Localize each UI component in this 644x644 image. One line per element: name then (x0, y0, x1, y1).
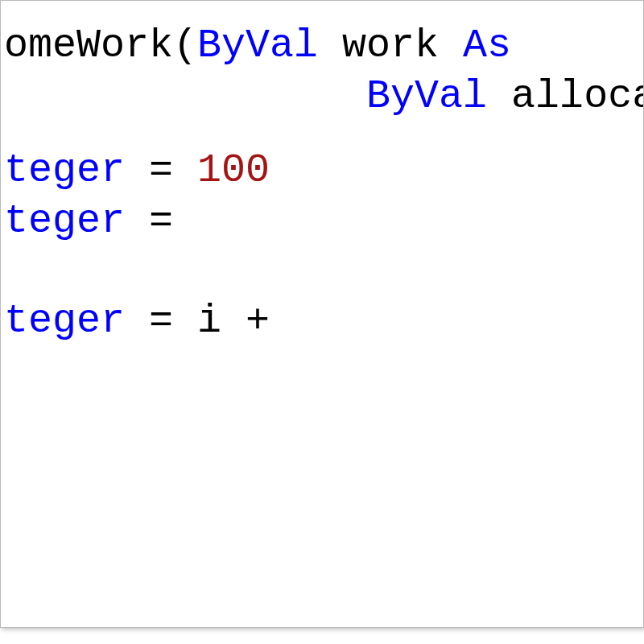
keyword-byval: ByVal (366, 73, 487, 119)
blank-line (1, 246, 643, 296)
code-text: = (125, 147, 197, 193)
number-literal: 100 (197, 147, 270, 193)
code-line-4: teger = (1, 196, 643, 247)
code-line-3: teger = 100 (1, 146, 643, 196)
indent (4, 73, 366, 119)
code-text: allocat (487, 73, 644, 119)
keyword-integer: teger (4, 298, 125, 344)
code-line-2: ByVal allocat (1, 72, 643, 122)
code-text: omeWork( (4, 23, 197, 68)
blank-line (1, 122, 643, 146)
code-text: = i + (125, 298, 294, 344)
keyword-integer: teger (4, 147, 125, 193)
code-line-1: omeWork(ByVal work As (1, 21, 643, 72)
code-text: = (125, 198, 197, 244)
keyword-integer: teger (4, 198, 125, 244)
code-line-5: teger = i + (1, 296, 643, 347)
keyword-as: As (463, 23, 511, 68)
code-text: work (318, 23, 463, 68)
keyword-byval: ByVal (197, 23, 318, 68)
code-editor-window: omeWork(ByVal work As ByVal allocat tege… (0, 0, 644, 628)
